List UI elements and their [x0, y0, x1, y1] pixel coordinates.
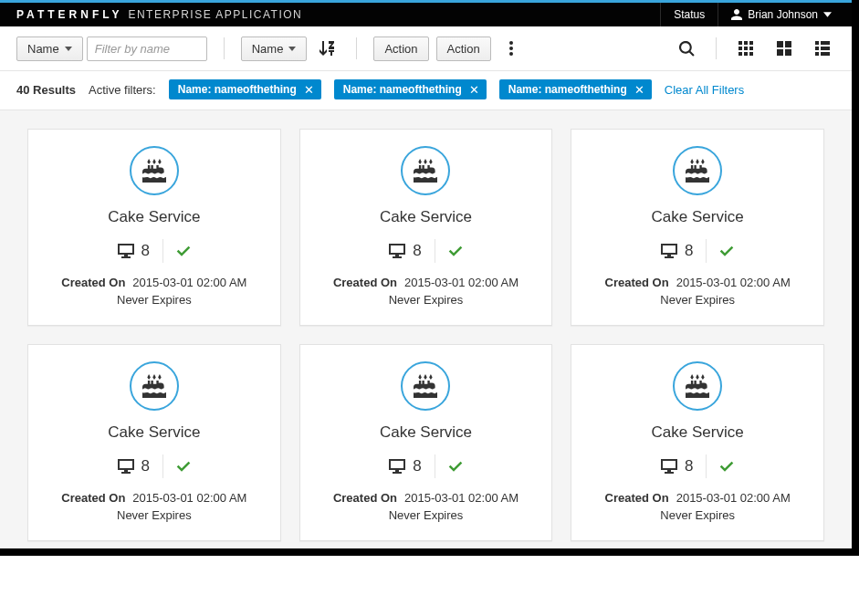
brand-logo: PATTERNFLY — [16, 8, 122, 21]
status-ok — [719, 244, 734, 259]
monitor-icon — [118, 244, 134, 258]
service-icon-circle — [401, 361, 450, 411]
status-link[interactable]: Status — [660, 3, 718, 26]
check-icon — [719, 244, 734, 256]
brand-app: ENTERPRISE APPLICATION — [128, 8, 302, 21]
card-canvas: Cake Service 8 Created On2015-03-01 02:0… — [0, 110, 852, 548]
chevron-down-icon — [288, 47, 296, 51]
created-date: 2015-03-01 02:00 AM — [404, 491, 519, 505]
service-card[interactable]: Cake Service 8 Created On2015-03-01 02:0… — [571, 344, 824, 541]
user-icon — [731, 9, 742, 20]
sort-direction-button[interactable] — [314, 36, 340, 61]
instance-count: 8 — [141, 457, 150, 475]
expires-row: Never Expires — [117, 293, 192, 307]
separator — [706, 239, 707, 263]
cake-icon — [142, 159, 166, 183]
instance-count: 8 — [413, 242, 421, 260]
grid-small-icon — [739, 41, 753, 56]
chevron-down-icon — [823, 12, 832, 17]
user-menu[interactable]: Brian Johnson — [718, 3, 844, 26]
filter-input[interactable] — [87, 37, 207, 61]
remove-chip-icon[interactable]: ✕ — [304, 84, 314, 96]
status-ok — [448, 244, 463, 259]
remove-chip-icon[interactable]: ✕ — [634, 84, 644, 96]
action-label: Action — [384, 42, 417, 56]
created-row: Created On2015-03-01 02:00 AM — [605, 276, 791, 289]
grid-large-icon — [777, 41, 791, 56]
clear-all-filters[interactable]: Clear All Filters — [665, 83, 744, 97]
expires-row: Never Expires — [389, 508, 464, 522]
results-count: 40 Results — [16, 83, 76, 97]
service-title: Cake Service — [108, 208, 200, 226]
remove-chip-icon[interactable]: ✕ — [469, 84, 479, 96]
service-card[interactable]: Cake Service 8 Created On2015-03-01 02:0… — [27, 344, 281, 541]
service-stats: 8 — [389, 239, 462, 263]
created-row: Created On2015-03-01 02:00 AM — [333, 276, 519, 289]
kebab-icon — [509, 41, 513, 56]
created-row: Created On2015-03-01 02:00 AM — [333, 491, 519, 505]
cake-icon — [414, 374, 437, 398]
separator — [356, 37, 357, 59]
filter-chip-label: Name: nameofthething — [343, 83, 462, 96]
service-title: Cake Service — [380, 208, 472, 226]
service-title: Cake Service — [108, 423, 200, 442]
action-button-2[interactable]: Action — [436, 37, 491, 61]
service-title: Cake Service — [380, 423, 472, 442]
separator — [435, 454, 435, 478]
created-label: Created On — [605, 491, 669, 505]
separator — [162, 454, 163, 478]
user-name: Brian Johnson — [748, 8, 818, 21]
service-card[interactable]: Cake Service 8 Created On2015-03-01 02:0… — [299, 129, 553, 326]
cake-icon — [686, 374, 709, 398]
status-ok — [719, 459, 734, 475]
action-label: Action — [447, 42, 480, 56]
view-large-grid[interactable] — [771, 36, 797, 61]
service-stats: 8 — [661, 239, 734, 263]
separator — [224, 37, 225, 59]
created-label: Created On — [61, 276, 125, 289]
filter-field-dropdown[interactable]: Name — [16, 37, 83, 61]
created-label: Created On — [61, 491, 125, 505]
monitor-icon — [389, 244, 405, 258]
service-title: Cake Service — [652, 208, 744, 226]
view-small-grid[interactable] — [733, 36, 759, 61]
action-button-1[interactable]: Action — [373, 37, 428, 61]
check-icon — [448, 459, 463, 472]
status-ok — [176, 459, 191, 475]
created-date: 2015-03-01 02:00 AM — [132, 491, 246, 505]
view-list[interactable] — [810, 36, 835, 61]
check-icon — [176, 244, 191, 256]
kebab-menu[interactable] — [498, 36, 524, 61]
instance-count: 8 — [413, 457, 421, 475]
separator — [162, 239, 163, 263]
search-icon — [679, 41, 695, 57]
expires-row: Never Expires — [117, 508, 192, 522]
status-ok — [176, 244, 191, 259]
service-stats: 8 — [118, 239, 191, 263]
check-icon — [176, 459, 191, 472]
search-button[interactable] — [674, 36, 699, 61]
expires-row: Never Expires — [389, 293, 464, 307]
created-label: Created On — [333, 491, 397, 505]
created-row: Created On2015-03-01 02:00 AM — [61, 276, 246, 289]
instance-count: 8 — [141, 242, 150, 260]
sort-field-label: Name — [252, 42, 284, 56]
service-card[interactable]: Cake Service 8 Created On2015-03-01 02:0… — [571, 129, 824, 326]
service-card[interactable]: Cake Service 8 Created On2015-03-01 02:0… — [299, 344, 553, 541]
status-label: Status — [674, 8, 705, 21]
monitor-icon — [661, 244, 677, 258]
instance-count: 8 — [685, 457, 693, 475]
monitor-icon — [389, 459, 405, 474]
separator — [706, 454, 707, 478]
filter-summary: 40 Results Active filters: Name: nameoft… — [0, 71, 852, 110]
cake-icon — [142, 374, 166, 398]
service-stats: 8 — [661, 454, 734, 478]
service-card[interactable]: Cake Service 8 Created On2015-03-01 02:0… — [27, 129, 281, 326]
sort-field-dropdown[interactable]: Name — [241, 37, 308, 61]
expires-row: Never Expires — [660, 293, 735, 307]
service-stats: 8 — [118, 454, 191, 478]
created-row: Created On2015-03-01 02:00 AM — [605, 491, 791, 505]
filter-chip: Name: nameofthething ✕ — [334, 79, 487, 99]
created-date: 2015-03-01 02:00 AM — [676, 491, 791, 505]
status-ok — [448, 459, 463, 475]
